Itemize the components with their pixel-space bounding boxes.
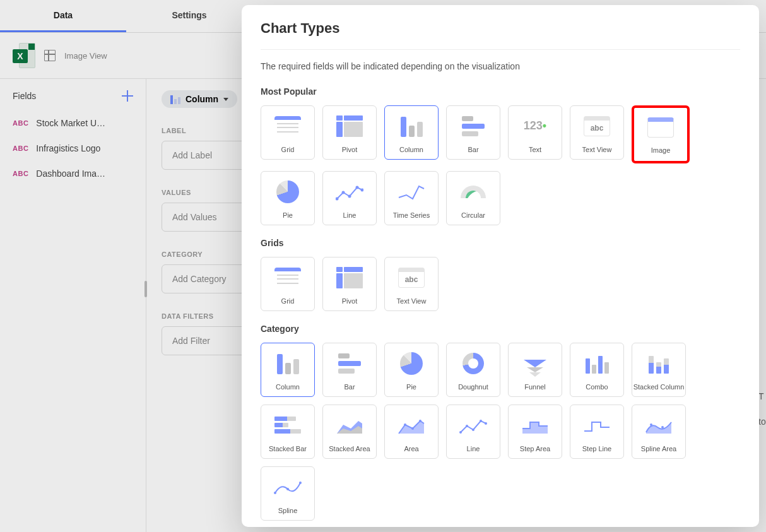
bar-chart-icon (462, 116, 485, 136)
spline-area-icon (645, 416, 673, 435)
chart-type-pivot[interactable]: Pivot (322, 257, 377, 311)
pie-chart-icon (276, 180, 299, 203)
image-view-icon (647, 117, 674, 138)
svg-point-17 (299, 482, 302, 484)
chart-type-column[interactable]: Column (261, 343, 315, 397)
chart-type-stacked-bar[interactable]: Stacked Bar (261, 405, 315, 459)
chart-type-doughnut[interactable]: Doughnut (446, 343, 500, 397)
chart-type-combo[interactable]: Combo (570, 343, 624, 397)
svg-point-8 (459, 431, 462, 434)
text-kpi-icon: 123• (524, 119, 546, 133)
area-chart-icon (398, 416, 425, 435)
chart-type-step-area[interactable]: Step Area (508, 405, 562, 459)
chart-type-bar[interactable]: Bar (322, 343, 377, 397)
text-view-icon: abc (584, 116, 610, 136)
svg-point-5 (404, 423, 406, 426)
column-chart-icon (277, 353, 299, 374)
svg-point-9 (466, 425, 468, 427)
svg-point-1 (342, 191, 345, 194)
svg-point-16 (286, 488, 289, 490)
svg-point-10 (472, 429, 474, 431)
doughnut-chart-icon (463, 353, 484, 374)
chart-type-column[interactable]: Column (384, 105, 439, 160)
chart-type-grid[interactable]: Grid (261, 257, 315, 311)
chart-types-popup: Chart Types The required fields will be … (242, 5, 759, 527)
funnel-chart-icon (524, 360, 546, 367)
spline-chart-icon (274, 478, 302, 497)
svg-point-3 (356, 186, 359, 189)
text-view-icon: abc (398, 268, 425, 288)
chart-type-spline[interactable]: Spline (261, 466, 315, 521)
chart-type-pie[interactable]: Pie (261, 171, 315, 225)
time-series-icon (398, 182, 425, 201)
svg-point-7 (419, 420, 421, 422)
chart-type-image[interactable]: Image (632, 105, 690, 163)
section-most-popular: Most Popular (261, 86, 740, 97)
stacked-area-icon (336, 416, 363, 435)
grid-chart-icon (274, 116, 301, 136)
chart-type-pivot[interactable]: Pivot (322, 105, 377, 160)
chart-type-circular[interactable]: Circular (446, 171, 500, 225)
pivot-chart-icon (336, 267, 363, 288)
chart-type-pie[interactable]: Pie (384, 343, 439, 397)
svg-point-11 (480, 420, 482, 422)
chart-type-line[interactable]: Line (446, 405, 500, 459)
chart-type-bar[interactable]: Bar (446, 105, 500, 160)
column-chart-icon (401, 115, 423, 137)
pivot-chart-icon (336, 115, 363, 137)
svg-point-15 (274, 492, 276, 494)
stacked-bar-icon (274, 417, 301, 434)
bar-chart-icon (338, 353, 361, 374)
step-area-icon (521, 416, 549, 435)
chart-type-text[interactable]: 123• Text (508, 105, 562, 160)
combo-chart-icon (586, 353, 609, 374)
divider (261, 49, 740, 50)
chart-type-spline-area[interactable]: Spline Area (632, 405, 686, 459)
chart-type-stacked-area[interactable]: Stacked Area (322, 405, 377, 459)
chart-type-textview[interactable]: abc Text View (570, 105, 624, 160)
chart-type-textview[interactable]: abc Text View (384, 257, 439, 311)
chart-type-area[interactable]: Area (384, 405, 439, 459)
line-chart-icon (459, 416, 487, 435)
step-line-icon (583, 416, 611, 435)
chart-type-line[interactable]: Line (322, 171, 377, 225)
grid-chart-icon (274, 268, 301, 288)
chart-type-timeseries[interactable]: Time Series (384, 171, 439, 225)
svg-point-12 (485, 422, 487, 425)
section-grids: Grids (261, 238, 740, 248)
svg-point-6 (411, 427, 414, 430)
chart-type-funnel[interactable]: Funnel (508, 343, 562, 397)
chart-type-grid[interactable]: Grid (261, 105, 315, 160)
pie-chart-icon (400, 352, 423, 375)
section-category: Category (261, 324, 740, 334)
svg-point-2 (348, 194, 351, 198)
chart-type-step-line[interactable]: Step Line (570, 405, 624, 459)
svg-point-14 (661, 426, 664, 429)
chart-type-stacked-column[interactable]: Stacked Column (632, 343, 686, 397)
circular-gauge-icon (461, 186, 486, 198)
popup-title: Chart Types (261, 20, 740, 37)
svg-point-13 (650, 423, 652, 426)
line-chart-icon (336, 182, 363, 201)
stacked-column-icon (649, 353, 669, 374)
popup-description: The required fields will be indicated de… (261, 61, 740, 71)
